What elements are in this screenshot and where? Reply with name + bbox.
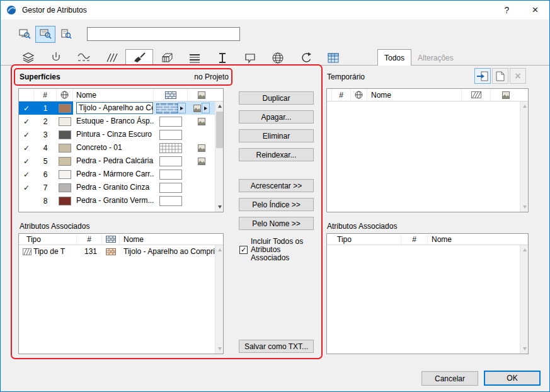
row-checkmark[interactable]: ✓ [23, 170, 30, 179]
tab-todos[interactable]: Todos [377, 49, 411, 66]
row-checkmark[interactable]: ✓ [23, 117, 30, 126]
table-row[interactable]: ✓ 1 Tijolo - Aparelho ao Cc [19, 101, 223, 115]
import-attributes-button[interactable] [474, 68, 491, 84]
eliminate-button[interactable]: Eliminar [239, 129, 314, 142]
row-name[interactable]: Pedra - Pedra Calcária... [76, 156, 154, 165]
fill-preview[interactable] [159, 170, 182, 180]
row-checkmark[interactable]: ✓ [23, 157, 30, 166]
table-row[interactable]: ✓ 2 Estuque - Branco Ásp... [19, 115, 223, 128]
surfaces-scrollbar[interactable] [215, 101, 223, 212]
ok-button[interactable]: OK [484, 371, 541, 386]
right-assoc-title: Atributos Associados [327, 222, 397, 231]
row-name-edit[interactable]: Tijolo - Aparelho ao Cc [76, 102, 153, 114]
fill-preview[interactable] [159, 156, 182, 166]
table-row[interactable]: ✓ 5 Pedra - Pedra Calcária... [19, 154, 223, 168]
search-filter-button[interactable] [57, 26, 75, 43]
table-row[interactable]: ✓ 7 Pedra - Granito Cinza [19, 181, 223, 194]
row-checkmark[interactable]: ✓ [23, 183, 30, 192]
surface-color-swatch[interactable] [59, 117, 71, 126]
tab-line-types[interactable] [70, 50, 98, 66]
texture-swatch-icon [198, 91, 205, 99]
delete-temp-button[interactable]: × [510, 68, 526, 84]
scroll-up-arrow-icon[interactable] [215, 101, 224, 111]
table-row[interactable]: ✓ 4 Concreto - 01 [19, 141, 223, 154]
surface-color-swatch[interactable] [59, 170, 71, 179]
surface-color-swatch[interactable] [59, 157, 71, 166]
search-input[interactable] [87, 27, 240, 41]
fill-preview[interactable] [159, 130, 182, 140]
table-row[interactable]: ✓ 3 Pintura - Cinza Escuro [19, 128, 223, 141]
row-checkmark[interactable]: ✓ [23, 144, 30, 153]
fill-preview[interactable] [159, 117, 182, 127]
surface-color-swatch[interactable] [59, 183, 71, 192]
append-button[interactable]: Acrescentar >> [239, 179, 314, 192]
tab-zone-stamps[interactable] [236, 50, 264, 66]
new-page-icon [495, 71, 505, 82]
tab-profiles[interactable] [209, 50, 236, 66]
list-magnifier-icon [61, 29, 72, 39]
temp-scrollbar[interactable] [520, 101, 528, 212]
tab-layers[interactable] [14, 50, 42, 66]
tab-hatching[interactable] [181, 50, 209, 66]
titlebar[interactable]: Gestor de Atributos ? × [1, 1, 549, 20]
table-row[interactable]: 8 Pedra - Granito Verm... [19, 194, 223, 207]
by-name-button[interactable]: Pelo Nome >> [239, 217, 314, 230]
fill-preview-brick[interactable] [156, 103, 178, 113]
row-name[interactable]: Pedra - Granito Cinza [76, 183, 149, 192]
by-index-button[interactable]: Pelo Índice >> [239, 198, 314, 211]
assoc-row[interactable]: Tipo de T 131 Tijolo - Aparelho ao Compr… [19, 245, 223, 258]
row-name[interactable]: Pintura - Cinza Escuro [76, 130, 152, 139]
tab-fill-types[interactable] [98, 50, 125, 66]
texture-swatch-icon [502, 91, 510, 99]
scroll-down-arrow-icon[interactable] [520, 344, 529, 354]
fill-preview-dropdown-button[interactable] [178, 103, 186, 113]
row-name[interactable]: Pedra - Granito Verm... [76, 196, 154, 205]
view-by-list-button[interactable] [35, 26, 55, 43]
tab-composites[interactable] [153, 50, 181, 66]
help-button[interactable]: ? [493, 1, 521, 20]
close-button[interactable]: × [521, 1, 549, 20]
surface-color-swatch[interactable] [59, 197, 71, 205]
surface-color-swatch[interactable] [59, 130, 71, 139]
scroll-down-arrow-icon[interactable] [520, 202, 529, 212]
new-item-button[interactable] [492, 68, 508, 84]
fill-preview[interactable] [159, 183, 182, 193]
scroll-down-arrow-icon[interactable] [215, 202, 224, 212]
tab-pens[interactable] [42, 50, 70, 66]
scroll-up-arrow-icon[interactable] [520, 101, 529, 111]
view-by-screen-button[interactable] [14, 26, 35, 43]
duplicate-button[interactable]: Duplicar [239, 91, 314, 105]
left-assoc-scrollbar[interactable] [215, 245, 223, 354]
tab-cities[interactable] [264, 50, 292, 66]
table-row[interactable]: ✓ 6 Pedra - Mármore Carr... [19, 168, 223, 181]
tab-alteracoes[interactable]: Alterações [411, 50, 460, 66]
col-name: Nome [371, 91, 391, 100]
scroll-down-arrow-icon[interactable] [215, 344, 224, 354]
delete-button[interactable]: Apagar... [239, 110, 314, 124]
row-name[interactable]: Pedra - Mármore Carr... [76, 170, 154, 178]
scroll-up-arrow-icon[interactable] [215, 245, 224, 255]
right-assoc-scrollbar[interactable] [520, 245, 528, 354]
include-associated-checkbox-row[interactable]: ✓ Incluir Todos os Atributos Associados [239, 238, 314, 262]
surface-color-swatch[interactable] [59, 144, 71, 153]
reindex-button[interactable]: Reindexar... [239, 148, 314, 161]
surfaces-table: # Nome ✓ 1 Tijolo - Aparelho ao Cc ✓ 2 [18, 88, 224, 212]
fill-preview-grid[interactable] [159, 143, 182, 153]
tab-schedules[interactable] [319, 50, 347, 66]
tab-surfaces[interactable] [125, 49, 153, 66]
scroll-up-arrow-icon[interactable] [520, 245, 529, 255]
row-name[interactable]: Estuque - Branco Ásp... [76, 117, 154, 125]
row-name[interactable]: Concreto - 01 [76, 143, 122, 152]
row-number: 5 [43, 157, 48, 166]
fill-preview[interactable] [159, 196, 182, 206]
tab-operation-profiles[interactable] [292, 50, 319, 66]
texture-dropdown-button[interactable] [202, 103, 210, 113]
cancel-button[interactable]: Cancelar [421, 371, 478, 386]
col-name: Nome [123, 234, 144, 245]
scrollbar-thumb[interactable] [216, 112, 223, 148]
surface-color-swatch[interactable] [59, 104, 71, 113]
checkbox[interactable]: ✓ [239, 246, 248, 254]
row-checkmark[interactable]: ✓ [23, 130, 30, 139]
row-checkmark[interactable]: ✓ [23, 104, 30, 113]
save-as-txt-button[interactable]: Salvar como TXT... [239, 340, 314, 353]
